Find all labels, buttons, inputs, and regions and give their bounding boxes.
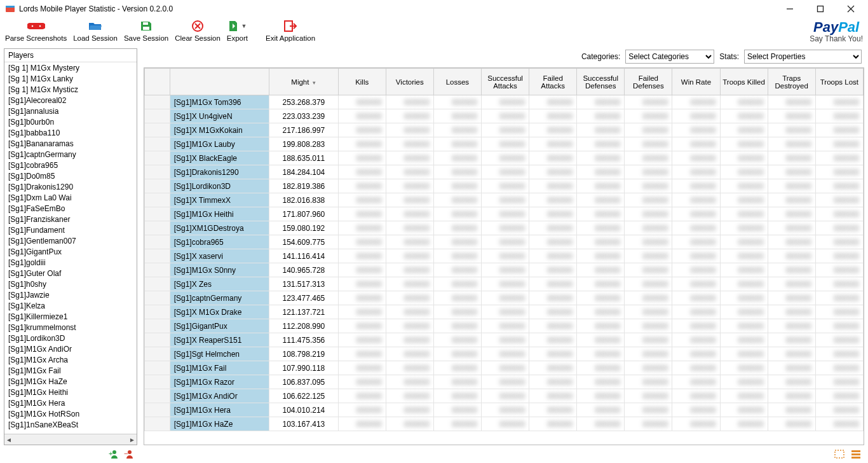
column-header[interactable]: Troops Killed [720, 69, 768, 95]
list-item[interactable]: [Sg1]Jawzie [4, 289, 137, 300]
list-item[interactable]: [Sg1]annalusia [4, 106, 137, 116]
list-item[interactable]: [Sg1]Gentleman007 [4, 235, 137, 246]
player-name-cell[interactable]: [Sg1]X M1Gx Drake [170, 305, 269, 319]
table-row[interactable]: [Sg1]M1Gx Tom396253.268.3790000000000000… [145, 95, 864, 109]
window-maximize[interactable] [811, 3, 830, 15]
table-row[interactable]: [Sg1]Sgt Helmchen108.798.219000000000000… [145, 347, 864, 361]
list-item[interactable]: [Sg1]M1Gx Archa [4, 354, 137, 365]
table-row[interactable]: [Sg1]X xaservi141.116.414000000000000000… [145, 249, 864, 263]
list-item[interactable]: [Sg1]Killermieze1 [4, 311, 137, 322]
parse-screenshots-button[interactable]: Parse Screenshots [5, 19, 67, 42]
column-header[interactable]: Losses [433, 69, 481, 95]
list-item[interactable]: [Sg1]Franziskaner [4, 214, 137, 225]
select-area-icon[interactable] [834, 449, 845, 459]
table-row[interactable]: [Sg1]X M1GxKokain217.186.997000000000000… [145, 123, 864, 137]
table-row[interactable]: [Sg1]M1Gx Razor106.837.09500000000000000… [145, 375, 864, 389]
column-header[interactable]: Failed Attacks [529, 69, 577, 95]
column-header[interactable]: Troops Lost [815, 69, 863, 95]
player-name-cell[interactable]: [Sg1]M1Gx Lauby [170, 137, 269, 151]
player-name-cell[interactable]: [Sg1]M1Gx Heithi [170, 207, 269, 221]
table-row[interactable]: [Sg1]GigantPux112.208.990000000000000000… [145, 319, 864, 333]
player-name-cell[interactable]: [Sg1]X BlackEagle [170, 151, 269, 165]
paypal-thankyou[interactable]: PayPal Say Thank You! [810, 19, 863, 43]
column-header[interactable]: Might▾ [269, 69, 339, 95]
list-item[interactable]: [Sg1]b0urb0n [4, 116, 137, 127]
data-grid[interactable]: Might▾KillsVictoriesLossesSuccessful Att… [144, 67, 864, 445]
list-item[interactable]: [Sg1]Dxm La0 Wai [4, 192, 137, 203]
list-item[interactable]: [Sg1]Lordikon3D [4, 333, 137, 343]
player-name-cell[interactable]: [Sg1]Lordikon3D [170, 179, 269, 193]
list-item[interactable]: [Sg1]cobra965 [4, 160, 137, 170]
column-header[interactable]: Win Rate [672, 69, 720, 95]
column-header[interactable]: Kills [338, 69, 386, 95]
window-close[interactable] [841, 3, 860, 15]
list-item[interactable]: [Sg1]babba110 [4, 127, 137, 138]
column-header[interactable] [170, 69, 269, 95]
table-row[interactable]: [Sg1]M1Gx HaZe103.167.413000000000000000… [145, 417, 864, 431]
list-item[interactable]: [Sg1]Alecoreal02 [4, 95, 137, 106]
player-name-cell[interactable]: [Sg1]M1Gx Razor [170, 375, 269, 389]
load-session-button[interactable]: Load Session [73, 19, 118, 42]
list-item[interactable]: [Sg1]goldiii [4, 257, 137, 268]
player-name-cell[interactable]: [Sg1]X Zes [170, 277, 269, 291]
table-row[interactable]: [Sg1]X BlackEagle188.635.011000000000000… [145, 151, 864, 165]
player-name-cell[interactable]: [Sg1]Drakonis1290 [170, 165, 269, 179]
clear-session-button[interactable]: Clear Session [175, 19, 220, 42]
column-header[interactable]: Successful Attacks [481, 69, 529, 95]
remove-user-icon[interactable]: − [123, 449, 135, 459]
list-item[interactable]: [Sg 1] M1Gx Mystery [4, 62, 137, 73]
list-item[interactable]: [Sg1]M1Gx Fail [4, 365, 137, 376]
player-name-cell[interactable]: [Sg1]X TimmexX [170, 193, 269, 207]
table-row[interactable]: [Sg1]M1Gx Fail107.990.118000000000000000… [145, 361, 864, 375]
exit-application-button[interactable]: Exit Application [266, 19, 315, 42]
player-name-cell[interactable]: [Sg1]X M1GxKokain [170, 123, 269, 137]
players-hscroll[interactable]: ◄► [4, 434, 137, 445]
table-row[interactable]: [Sg1]Drakonis1290184.284.104000000000000… [145, 165, 864, 179]
player-name-cell[interactable]: [Sg1]M1Gx AndiOr [170, 389, 269, 403]
list-item[interactable]: [Sg1]Kelza [4, 300, 137, 311]
list-item[interactable]: [Sg1]1nSaneXBeaSt [4, 419, 137, 430]
player-name-cell[interactable]: [Sg1]M1Gx Tom396 [170, 95, 269, 109]
table-row[interactable]: [Sg1]M1Gx Hera104.010.214000000000000000… [145, 403, 864, 417]
stats-select[interactable]: Select Properties [744, 50, 862, 64]
list-item[interactable]: [Sg1]M1Gx HaZe [4, 376, 137, 387]
player-name-cell[interactable]: [Sg1]Sgt Helmchen [170, 347, 269, 361]
add-user-icon[interactable]: + [108, 449, 119, 459]
column-header[interactable]: Successful Defenses [577, 69, 625, 95]
player-name-cell[interactable]: [Sg1]cobra965 [170, 235, 269, 249]
export-button[interactable]: ▼ Export [227, 19, 248, 42]
window-minimize[interactable] [780, 3, 799, 15]
player-name-cell[interactable]: [Sg1]X ReaperS151 [170, 333, 269, 347]
player-name-cell[interactable]: [Sg1]M1Gx Hera [170, 403, 269, 417]
table-row[interactable]: [Sg1]Lordikon3D182.819.38600000000000000… [145, 179, 864, 193]
list-item[interactable]: [Sg1]M1Gx Heithi [4, 387, 137, 397]
list-item[interactable]: [Sg1]Do0m85 [4, 170, 137, 181]
player-name-cell[interactable]: [Sg1]X xaservi [170, 249, 269, 263]
column-header[interactable]: Failed Defenses [625, 69, 672, 95]
list-item[interactable]: [Sg1]Bananaramas [4, 138, 137, 149]
table-row[interactable]: [Sg1]captnGermany123.477.465000000000000… [145, 291, 864, 305]
chevron-down-icon[interactable]: ▼ [241, 23, 247, 29]
list-item[interactable]: [Sg 1] M1Gx Mysticz [4, 84, 137, 95]
column-header[interactable]: Victories [386, 69, 433, 95]
player-name-cell[interactable]: [Sg1]GigantPux [170, 319, 269, 333]
list-item[interactable]: [Sg 1] M1Gx Lanky [4, 73, 137, 84]
list-item[interactable]: [Sg1]Drakonis1290 [4, 181, 137, 192]
categories-select[interactable]: Select Categories [625, 50, 714, 64]
list-item[interactable]: [Sg1]captnGermany [4, 149, 137, 160]
table-row[interactable]: [Sg1]X TimmexX182.016.838000000000000000… [145, 193, 864, 207]
column-header[interactable]: Traps Destroyed [768, 69, 815, 95]
save-session-button[interactable]: Save Session [124, 19, 168, 42]
table-row[interactable]: [Sg1]X Un4giveN223.033.23900000000000000… [145, 109, 864, 123]
table-row[interactable]: [Sg1]M1Gx Lauby199.808.28300000000000000… [145, 137, 864, 151]
table-row[interactable]: [Sg1]X M1Gx Drake121.137.721000000000000… [145, 305, 864, 319]
table-row[interactable]: [Sg1]cobra965154.609.7750000000000000000… [145, 235, 864, 249]
list-item[interactable]: [Sg1]M1Gx HotRSon [4, 408, 137, 419]
player-name-cell[interactable]: [Sg1]M1Gx HaZe [170, 417, 269, 431]
list-item[interactable]: [Sg1]M1Gx Hera [4, 397, 137, 408]
player-name-cell[interactable]: [Sg1]M1Gx Fail [170, 361, 269, 375]
list-view-icon[interactable] [850, 449, 862, 459]
player-name-cell[interactable]: [Sg1]M1Gx S0nny [170, 263, 269, 277]
player-name-cell[interactable]: [Sg1]X Un4giveN [170, 109, 269, 123]
list-item[interactable]: [Sg1]Guter Olaf [4, 268, 137, 279]
